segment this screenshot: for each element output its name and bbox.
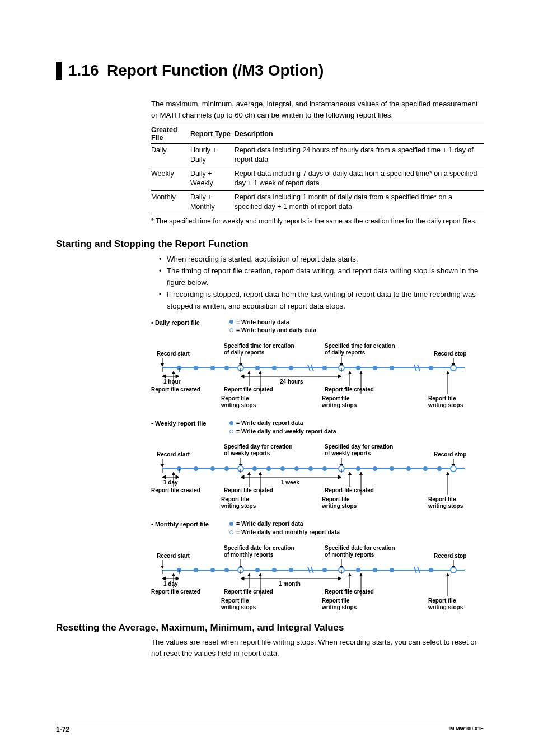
subheading-reset: Resetting the Average, Maximum, Minimum,…: [56, 622, 484, 633]
svg-text:Report file created: Report file created: [325, 386, 374, 393]
svg-text:writing stops: writing stops: [428, 604, 463, 610]
svg-text:Record start: Record start: [157, 553, 190, 559]
svg-point-93: [437, 466, 442, 471]
diagram-weekly: • Weekly report file = Write daily repor…: [151, 420, 484, 511]
svg-marker-119: [348, 472, 352, 475]
svg-point-29: [451, 365, 456, 371]
svg-point-80: [210, 466, 215, 471]
svg-point-88: [356, 466, 360, 471]
svg-text:Report file: Report file: [428, 598, 456, 604]
svg-text:writing stops: writing stops: [428, 402, 463, 408]
svg-point-149: [255, 568, 260, 572]
filled-dot-icon: [229, 421, 233, 425]
svg-text:Report file created: Report file created: [224, 487, 273, 493]
svg-point-147: [210, 568, 215, 572]
svg-text:1 week: 1 week: [281, 479, 299, 486]
svg-text:1 day: 1 day: [163, 581, 178, 587]
page-footer: 1-72 IM MW100-01E: [56, 722, 484, 734]
table-row: Monthly Daily + Monthly Report data incl…: [151, 190, 484, 214]
open-dot-icon: [229, 328, 233, 332]
svg-marker-121: [359, 472, 363, 475]
svg-point-159: [451, 567, 456, 573]
table-footnote: * The specified time for weekly and mont…: [151, 217, 484, 226]
list-item: When recording is started, acquisition o…: [159, 253, 484, 265]
svg-text:1 hour: 1 hour: [163, 379, 181, 385]
svg-text:1 day: 1 day: [163, 479, 178, 486]
section-number: 1.16: [68, 62, 99, 79]
svg-text:Report file: Report file: [428, 496, 456, 502]
svg-text:Record start: Record start: [157, 451, 190, 458]
svg-point-89: [373, 466, 377, 471]
svg-point-148: [224, 568, 229, 572]
reset-body: The values are reset when report file wr…: [151, 637, 484, 660]
table-row: Daily Hourly + Daily Report data includi…: [151, 143, 484, 167]
svg-point-79: [194, 466, 198, 471]
svg-text:Report file: Report file: [322, 395, 350, 402]
svg-marker-111: [172, 472, 175, 475]
svg-marker-105: [241, 475, 244, 479]
svg-marker-35: [162, 375, 166, 378]
svg-point-150: [272, 568, 277, 572]
svg-marker-168: [241, 577, 244, 580]
svg-point-22: [322, 366, 327, 370]
svg-point-156: [429, 568, 433, 572]
svg-marker-174: [172, 573, 175, 576]
svg-marker-47: [247, 371, 251, 374]
filled-dot-icon: [229, 320, 233, 324]
svg-text:Report file: Report file: [221, 598, 249, 604]
svg-point-18: [224, 366, 229, 370]
svg-text:of weekly reports: of weekly reports: [224, 450, 270, 456]
th-type: Report Type: [190, 124, 235, 143]
svg-point-23: [356, 366, 360, 370]
svg-point-155: [390, 568, 394, 572]
svg-text:writing stops: writing stops: [221, 402, 256, 408]
svg-text:Record stop: Record stop: [434, 351, 466, 357]
weekly-timeline-svg: Record start Specified day for creation …: [151, 441, 481, 511]
svg-point-87: [322, 466, 327, 471]
page-number: 1-72: [56, 726, 69, 734]
svg-text:writing stops: writing stops: [321, 604, 357, 610]
svg-point-20: [272, 366, 277, 370]
svg-point-86: [308, 466, 313, 471]
svg-text:Report file created: Report file created: [224, 589, 273, 595]
svg-text:Specified time for creation: Specified time for creation: [325, 343, 395, 349]
svg-text:writing stops: writing stops: [221, 503, 256, 509]
svg-marker-169: [338, 577, 341, 580]
svg-text:Report file created: Report file created: [224, 386, 273, 393]
list-item: The timing of report file creation, repo…: [159, 265, 484, 288]
svg-marker-182: [348, 573, 352, 576]
svg-marker-129: [446, 472, 449, 475]
svg-text:Specified time for creation: Specified time for creation: [224, 343, 294, 349]
svg-marker-49: [259, 371, 262, 374]
svg-point-25: [390, 366, 394, 370]
svg-point-21: [289, 366, 293, 370]
svg-marker-62: [446, 371, 449, 374]
svg-marker-7: [161, 363, 164, 367]
svg-text:Record stop: Record stop: [434, 553, 466, 559]
svg-point-153: [356, 568, 360, 572]
list-item: If recording is stopped, report data fro…: [159, 288, 484, 312]
svg-text:of daily reports: of daily reports: [224, 349, 265, 356]
svg-text:Report file created: Report file created: [325, 589, 374, 595]
svg-point-151: [289, 568, 293, 572]
svg-point-26: [429, 366, 433, 370]
svg-text:Report file: Report file: [221, 496, 249, 502]
diagram-monthly: • Monthly report file = Write daily repo…: [151, 521, 484, 612]
svg-point-152: [322, 568, 327, 572]
svg-text:writing stops: writing stops: [321, 402, 357, 408]
svg-marker-166: [176, 577, 179, 580]
svg-point-82: [252, 466, 257, 471]
svg-point-16: [194, 366, 198, 370]
svg-text:Report file created: Report file created: [151, 386, 200, 393]
svg-marker-103: [176, 475, 179, 479]
svg-point-90: [390, 466, 394, 471]
svg-marker-165: [162, 577, 166, 580]
bullet-list: When recording is started, acquisition o…: [159, 253, 484, 312]
doc-id: IM MW100-01E: [448, 726, 484, 734]
svg-point-83: [266, 466, 271, 471]
svg-text:of monthly reports: of monthly reports: [224, 552, 274, 558]
svg-point-19: [255, 366, 260, 370]
svg-text:writing stops: writing stops: [428, 503, 463, 509]
svg-point-96: [451, 466, 456, 472]
svg-text:Specified date for creation: Specified date for creation: [224, 545, 294, 551]
